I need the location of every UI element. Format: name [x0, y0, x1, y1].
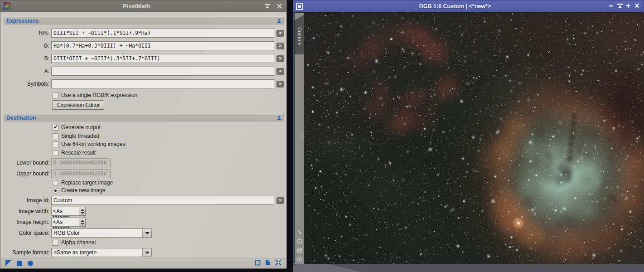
- color-space-row: Color space: RGB Color: [0, 228, 287, 238]
- use-64bit-checkbox[interactable]: Use 64-bit working images: [53, 141, 125, 147]
- generate-output-checkbox[interactable]: Generate output: [53, 124, 101, 131]
- radio-circle[interactable]: [53, 180, 58, 186]
- image-window-side-strip: Custom: [295, 13, 304, 264]
- clear-a-icon[interactable]: ✕: [276, 68, 284, 75]
- expressions-section-header[interactable]: Expressions: [4, 17, 284, 24]
- image-id-input[interactable]: [51, 196, 274, 205]
- checkbox-box[interactable]: [53, 141, 58, 147]
- process-toolbar: [1, 258, 286, 268]
- alpha-channel-checkbox[interactable]: Alpha channel: [53, 239, 96, 246]
- track-view-icon[interactable]: [255, 259, 261, 267]
- b-label: B:: [0, 55, 51, 62]
- checkbox-box[interactable]: [53, 150, 58, 156]
- clear-symbols-icon[interactable]: ✕: [276, 81, 284, 87]
- image-window: RGB 1:6 Custom | <*new*> Custom: [293, 0, 644, 264]
- alpha-channel-label: Alpha channel: [61, 239, 96, 246]
- color-space-dropdown[interactable]: RGB Color: [51, 228, 152, 238]
- color-space-label: Color space:: [0, 230, 51, 236]
- duplicate-view-icon[interactable]: [297, 248, 302, 253]
- symbols-label: Symbols:: [0, 81, 51, 87]
- center-target-icon[interactable]: [297, 257, 302, 262]
- realtime-preview-icon[interactable]: [28, 261, 33, 266]
- collapse-section-icon[interactable]: [277, 116, 281, 120]
- b-expression-input[interactable]: [51, 54, 274, 63]
- sample-format-dropdown[interactable]: <Same as target>: [51, 248, 152, 257]
- b-expression-row: B: ✕: [0, 54, 287, 63]
- selection-frame-icon[interactable]: [297, 238, 302, 244]
- upper-bound-label: Upper bound:: [0, 170, 51, 177]
- image-id-row: Image Id: ✕: [0, 196, 287, 205]
- image-height-row: Image height: <As target>: [0, 218, 287, 227]
- image-width-stepper[interactable]: <As target>: [51, 207, 86, 216]
- shade-icon[interactable]: [263, 2, 272, 10]
- symbols-row: Symbols: ✕: [0, 79, 287, 88]
- clear-image-id-icon[interactable]: ✕: [276, 197, 284, 204]
- lower-bound-row: Lower bound:: [0, 158, 287, 167]
- rk-expression-input[interactable]: [51, 29, 274, 38]
- browse-documentation-icon[interactable]: [265, 259, 271, 267]
- g-label: G:: [0, 43, 51, 49]
- clear-rk-icon[interactable]: ✕: [276, 30, 284, 37]
- chevron-down-icon[interactable]: [142, 248, 151, 257]
- replace-target-radio[interactable]: Replace target image: [53, 180, 113, 186]
- checkbox-box[interactable]: [53, 92, 58, 98]
- image-height-label: Image height:: [0, 219, 51, 225]
- use-64bit-label: Use 64-bit working images: [61, 141, 125, 147]
- image-width-value: <As target>: [52, 207, 79, 215]
- tab-custom-label: Custom: [297, 24, 302, 46]
- a-label: A:: [0, 68, 51, 74]
- apply-icon[interactable]: [5, 260, 11, 266]
- destination-section-title: Destination: [6, 115, 277, 121]
- single-rgbk-checkbox[interactable]: Use a single RGB/K expression: [53, 92, 137, 98]
- resize-mode-icon[interactable]: [297, 229, 302, 235]
- shade-icon[interactable]: [615, 3, 624, 10]
- sample-format-label: Sample format:: [0, 249, 51, 256]
- chevron-down-icon[interactable]: [142, 229, 151, 237]
- close-icon[interactable]: [275, 2, 284, 10]
- create-new-image-label: Create new image: [61, 187, 105, 194]
- rk-label: R/K:: [0, 30, 51, 36]
- side-toolbar: [295, 229, 304, 262]
- pixelmath-app-icon: [3, 2, 10, 10]
- close-icon[interactable]: [633, 3, 641, 10]
- image-height-stepper[interactable]: <As target>: [51, 218, 86, 227]
- checkbox-box[interactable]: [53, 240, 58, 246]
- create-new-image-radio[interactable]: Create new image: [53, 187, 105, 194]
- single-rgbk-label: Use a single RGB/K expression: [61, 92, 137, 98]
- tab-custom[interactable]: Custom: [295, 15, 304, 54]
- clear-g-icon[interactable]: ✕: [276, 43, 284, 49]
- clear-b-icon[interactable]: ✕: [276, 55, 284, 62]
- minimize-icon[interactable]: [607, 3, 615, 10]
- checkbox-box[interactable]: [53, 125, 58, 131]
- lower-bound-input: [51, 158, 111, 167]
- upper-bound-input: [51, 169, 111, 178]
- single-threaded-checkbox[interactable]: Single threaded: [53, 133, 99, 139]
- checkbox-box[interactable]: [53, 133, 58, 139]
- symbols-input[interactable]: [51, 79, 274, 88]
- expression-editor-button[interactable]: Expression Editor: [53, 100, 104, 110]
- generate-output-label: Generate output: [61, 124, 101, 131]
- replace-target-label: Replace target image: [61, 180, 113, 186]
- lower-bound-label: Lower bound:: [0, 160, 51, 166]
- destination-section-header[interactable]: Destination: [4, 114, 284, 121]
- maximize-icon[interactable]: [624, 3, 633, 10]
- pixelmath-dialog: PixelMath Expressions R/K: ✕ G: ✕ B:: [0, 0, 287, 269]
- a-expression-input[interactable]: [51, 67, 274, 76]
- nebula-image[interactable]: [304, 13, 644, 264]
- radio-circle[interactable]: [53, 188, 58, 194]
- collapse-section-icon[interactable]: [277, 19, 281, 23]
- image-window-titlebar[interactable]: RGB 1:6 Custom | <*new*>: [294, 1, 643, 12]
- a-expression-row: A: ✕: [0, 67, 287, 76]
- pixelmath-titlebar[interactable]: PixelMath: [0, 0, 286, 12]
- rescale-result-label: Rescale result: [61, 150, 96, 156]
- reset-icon[interactable]: [275, 259, 281, 267]
- image-height-value: <As target>: [52, 218, 79, 226]
- image-width-row: Image width: <As target>: [0, 207, 287, 216]
- apply-global-icon[interactable]: [17, 261, 22, 266]
- stepper-arrows-icon[interactable]: [79, 218, 85, 226]
- expressions-section-title: Expressions: [6, 18, 277, 24]
- g-expression-input[interactable]: [51, 41, 274, 50]
- pixinsight-workspace: PixelMath Expressions R/K: ✕ G: ✕ B:: [0, 0, 644, 272]
- stepper-arrows-icon[interactable]: [79, 207, 85, 215]
- rescale-result-checkbox[interactable]: Rescale result: [53, 150, 96, 156]
